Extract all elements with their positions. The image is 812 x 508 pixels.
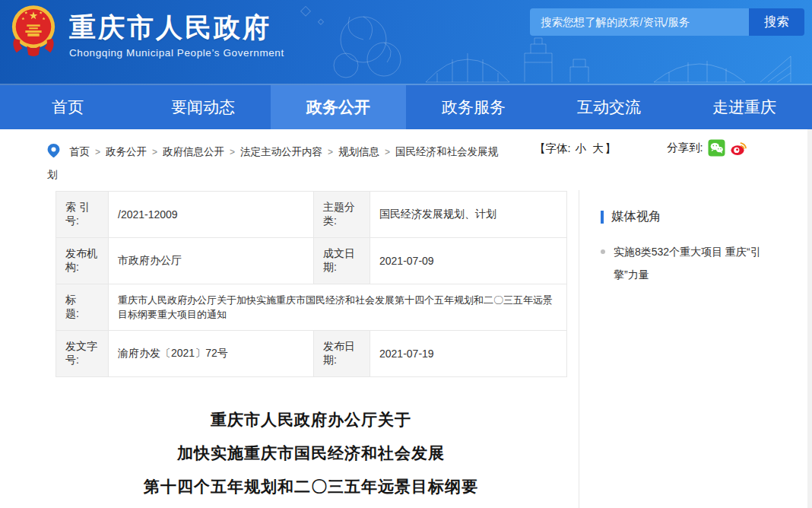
search-button[interactable]: 搜索 bbox=[749, 8, 804, 36]
site-subtitle: Chongqing Municipal People’s Government bbox=[69, 47, 284, 59]
breadcrumb-separator: > bbox=[95, 147, 100, 157]
document-title-line: 加快实施重庆市国民经济和社会发展 bbox=[56, 437, 566, 470]
table-row: 标 题: 重庆市人民政府办公厅关于加快实施重庆市国民经济和社会发展第十四个五年规… bbox=[56, 284, 567, 331]
site-brand: 重庆市人民政府 Chongqing Municipal People’s Gov… bbox=[10, 5, 284, 59]
document-title-line: 重大项目的通知 bbox=[56, 503, 566, 508]
sidebar: 媒体视角 实施8类532个重大项目 重庆“引擎”力量 bbox=[579, 190, 812, 508]
meta-index-label: 索 引 号: bbox=[56, 192, 109, 238]
nav-item-gov-services[interactable]: 政务服务 bbox=[406, 85, 541, 129]
meta-agency-value: 市政府办公厅 bbox=[109, 238, 314, 284]
nav-item-about-chongqing[interactable]: 走进重庆 bbox=[677, 85, 812, 129]
meta-written-date-label: 成文日期: bbox=[314, 238, 370, 284]
share-widget: 分享到: bbox=[667, 139, 747, 157]
main-nav: 首页 要闻动态 政务公开 政务服务 互动交流 走进重庆 bbox=[0, 85, 812, 129]
meta-title-value: 重庆市人民政府办公厅关于加快实施重庆市国民经济和社会发展第十四个五年规划和二〇三… bbox=[109, 284, 567, 331]
scrollbar-track[interactable] bbox=[807, 129, 812, 508]
nav-item-home[interactable]: 首页 bbox=[0, 85, 135, 129]
location-pin-icon bbox=[47, 144, 60, 158]
nav-item-interaction[interactable]: 互动交流 bbox=[541, 85, 677, 129]
breadcrumb-toolbar-row: 首页>政务公开>政府信息公开>法定主动公开内容>规划信息>国民经济和社会发展规划… bbox=[0, 129, 812, 190]
list-item[interactable]: 实施8类532个重大项目 重庆“引擎”力量 bbox=[601, 240, 766, 286]
breadcrumb-item-home[interactable]: 首页 bbox=[69, 146, 90, 157]
wechat-share-icon[interactable] bbox=[708, 139, 725, 157]
meta-docno-label: 发文字号: bbox=[56, 331, 109, 377]
share-label: 分享到: bbox=[667, 141, 703, 155]
heading-accent-bar bbox=[601, 211, 604, 224]
font-small-button[interactable]: 小 bbox=[576, 142, 587, 154]
meta-written-date-value: 2021-07-09 bbox=[370, 238, 567, 284]
media-article-link[interactable]: 实施8类532个重大项目 重庆“引擎”力量 bbox=[614, 246, 761, 281]
breadcrumb-item-planning[interactable]: 规划信息 bbox=[338, 146, 379, 157]
breadcrumb-separator: > bbox=[152, 147, 157, 157]
national-emblem-logo bbox=[10, 5, 57, 59]
breadcrumb-separator: > bbox=[328, 147, 333, 157]
table-row: 发文字号: 渝府办发〔2021〕72号 发布日期: 2021-07-19 bbox=[56, 331, 567, 377]
meta-index-value: /2021-12009 bbox=[109, 192, 314, 238]
meta-topic-label: 主题分类: bbox=[314, 192, 370, 238]
site-header: 重庆市人民政府 Chongqing Municipal People’s Gov… bbox=[0, 0, 812, 85]
nav-item-news[interactable]: 要闻动态 bbox=[135, 85, 271, 129]
weibo-share-icon[interactable] bbox=[730, 139, 747, 157]
sidebar-heading-text: 媒体视角 bbox=[611, 208, 661, 225]
meta-topic-value: 国民经济发展规划、计划 bbox=[370, 192, 567, 238]
document-title: 重庆市人民政府办公厅关于 加快实施重庆市国民经济和社会发展 第十四个五年规划和二… bbox=[56, 403, 566, 508]
site-search: 搜索 bbox=[530, 8, 804, 36]
brand-text: 重庆市人民政府 Chongqing Municipal People’s Gov… bbox=[69, 5, 284, 59]
document-title-line: 第十四个五年规划和二〇三五年远景目标纲要 bbox=[56, 470, 566, 503]
meta-pubdate-label: 发布日期: bbox=[314, 331, 370, 377]
document-meta-table: 索 引 号: /2021-12009 主题分类: 国民经济发展规划、计划 发布机… bbox=[56, 191, 567, 377]
table-row: 发布机构: 市政府办公厅 成文日期: 2021-07-09 bbox=[56, 238, 567, 284]
font-size-control: 【字体: 小 大】 bbox=[534, 141, 616, 156]
font-size-prefix: 【字体: bbox=[534, 142, 571, 154]
media-view-list: 实施8类532个重大项目 重庆“引擎”力量 bbox=[601, 240, 804, 286]
font-size-suffix: 】 bbox=[605, 142, 617, 154]
breadcrumb-separator: > bbox=[230, 147, 235, 157]
sidebar-heading: 媒体视角 bbox=[601, 208, 804, 225]
font-large-button[interactable]: 大 bbox=[592, 142, 604, 154]
meta-agency-label: 发布机构: bbox=[56, 238, 109, 284]
content-columns: 索 引 号: /2021-12009 主题分类: 国民经济发展规划、计划 发布机… bbox=[0, 190, 812, 508]
meta-title-label: 标 题: bbox=[56, 284, 109, 331]
site-title: 重庆市人民政府 bbox=[69, 12, 284, 43]
breadcrumb-item-zwgk[interactable]: 政务公开 bbox=[106, 146, 147, 157]
nav-item-gov-affairs-open[interactable]: 政务公开 bbox=[271, 85, 406, 129]
document-title-line: 重庆市人民政府办公厅关于 bbox=[56, 403, 566, 437]
search-input[interactable] bbox=[530, 8, 749, 36]
meta-docno-value: 渝府办发〔2021〕72号 bbox=[109, 331, 314, 377]
breadcrumb-item-gov-info[interactable]: 政府信息公开 bbox=[163, 146, 224, 157]
breadcrumb-separator: > bbox=[385, 147, 390, 157]
breadcrumb: 首页>政务公开>政府信息公开>法定主动公开内容>规划信息>国民经济和社会发展规划 bbox=[47, 141, 503, 186]
breadcrumb-item-statutory[interactable]: 法定主动公开内容 bbox=[240, 146, 322, 157]
meta-pubdate-value: 2021-07-19 bbox=[370, 331, 567, 377]
table-row: 索 引 号: /2021-12009 主题分类: 国民经济发展规划、计划 bbox=[56, 192, 567, 238]
main-content: 索 引 号: /2021-12009 主题分类: 国民经济发展规划、计划 发布机… bbox=[0, 190, 579, 508]
